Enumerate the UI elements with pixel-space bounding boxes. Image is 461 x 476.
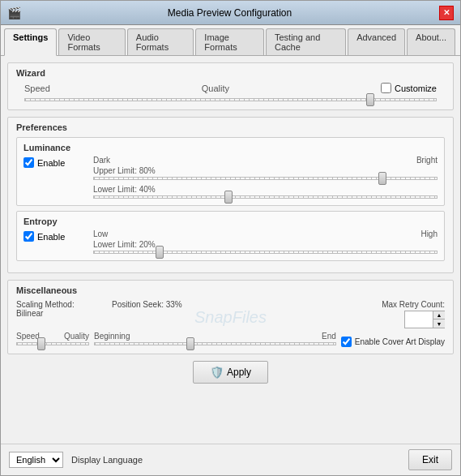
luminance-title: Luminance xyxy=(23,143,438,152)
misc-quality-label: Quality xyxy=(64,332,89,341)
wizard-section: Wizard Speed Quality Customize xyxy=(7,62,454,110)
exit-button[interactable]: Exit xyxy=(408,449,452,470)
apply-row: 🛡️ Apply xyxy=(7,361,454,384)
entropy-high-label: High xyxy=(420,229,438,238)
wizard-quality-label: Quality xyxy=(202,84,229,93)
wizard-speed-label: Speed xyxy=(24,84,50,93)
tab-testing-cache[interactable]: Testing and Cache xyxy=(266,28,346,55)
customize-label: Customize xyxy=(395,84,437,93)
luminance-subsection: Luminance Enable Dark Bright Upper Limit… xyxy=(16,137,445,206)
luminance-lower-thumb[interactable] xyxy=(224,191,233,204)
language-select[interactable]: English xyxy=(9,452,63,468)
tab-image-formats[interactable]: Image Formats xyxy=(195,28,264,55)
preferences-section: Preferences Luminance Enable Dark Bright… xyxy=(7,117,454,273)
app-icon: 🎬 xyxy=(7,6,20,19)
scaling-value: Bilinear xyxy=(16,309,105,318)
entropy-enable-checkbox[interactable] xyxy=(23,231,34,242)
main-window: 🎬 Media Preview Configuration ✕ Settings… xyxy=(0,0,461,476)
max-retry-spinbox[interactable]: 50 ▲ ▼ xyxy=(404,311,445,328)
tab-about[interactable]: About... xyxy=(407,28,455,55)
spinbox-arrows: ▲ ▼ xyxy=(433,311,445,328)
entropy-lower-thumb[interactable] xyxy=(156,246,164,259)
entropy-lower-limit: Lower Limit: 20% xyxy=(93,240,438,249)
apply-button[interactable]: 🛡️ Apply xyxy=(193,361,268,384)
misc-speed-label: Speed xyxy=(16,332,40,341)
window-title: Media Preview Configuration xyxy=(20,7,439,19)
tab-audio-formats[interactable]: Audio Formats xyxy=(127,28,194,55)
wizard-title: Wizard xyxy=(16,68,445,78)
misc-position-slider[interactable] xyxy=(94,342,336,345)
tab-bar: Settings Video Formats Audio Formats Ima… xyxy=(1,25,460,56)
entropy-lower-slider[interactable] xyxy=(93,251,438,254)
misc-position-thumb[interactable] xyxy=(186,337,194,350)
tab-advanced[interactable]: Advanced xyxy=(348,28,405,55)
title-bar: 🎬 Media Preview Configuration ✕ xyxy=(1,1,460,25)
position-seek-label: Position Seek: 33% xyxy=(112,300,357,309)
luminance-enable-label: Enable xyxy=(37,158,65,168)
cover-art-checkbox[interactable] xyxy=(341,337,352,347)
luminance-enable-checkbox[interactable] xyxy=(23,157,34,168)
misc-section: SnapFiles Miscellaneous Scaling Method: … xyxy=(7,280,454,354)
preferences-title: Preferences xyxy=(16,122,445,132)
max-retry-input[interactable]: 50 xyxy=(405,314,433,325)
entropy-title: Entropy xyxy=(23,217,438,226)
luminance-dark-label: Dark xyxy=(93,156,110,165)
misc-title: Miscellaneous xyxy=(16,285,445,295)
misc-beginning-label: Beginning xyxy=(94,332,130,341)
wizard-slider[interactable] xyxy=(24,98,437,101)
customize-checkbox[interactable] xyxy=(381,83,391,93)
luminance-lower-slider[interactable] xyxy=(93,195,438,199)
luminance-bright-label: Bright xyxy=(416,156,438,165)
tab-settings[interactable]: Settings xyxy=(4,28,57,56)
spinbox-down[interactable]: ▼ xyxy=(433,319,445,328)
luminance-upper-slider[interactable] xyxy=(93,177,438,180)
misc-speed-thumb[interactable] xyxy=(37,337,45,350)
display-lang-label: Display Language xyxy=(71,455,143,465)
scaling-label: Scaling Method: xyxy=(16,300,105,309)
cover-art-label: Enable Cover Art Display xyxy=(355,337,445,346)
spinbox-up[interactable]: ▲ xyxy=(433,311,445,319)
entropy-subsection: Entropy Enable Low High Lower Limit: 20% xyxy=(16,211,445,261)
entropy-enable-label: Enable xyxy=(37,232,65,242)
tab-video-formats[interactable]: Video Formats xyxy=(58,28,125,55)
misc-speed-quality-slider[interactable] xyxy=(16,342,89,345)
bottom-bar: English Display Language Exit xyxy=(1,444,460,475)
wizard-slider-thumb[interactable] xyxy=(366,93,374,106)
misc-end-label: End xyxy=(322,332,336,341)
luminance-lower-limit: Lower Limit: 40% xyxy=(93,185,438,194)
luminance-upper-thumb[interactable] xyxy=(378,172,386,185)
content-area: Wizard Speed Quality Customize Preferenc… xyxy=(1,56,460,444)
close-button[interactable]: ✕ xyxy=(439,6,454,20)
entropy-low-label: Low xyxy=(93,229,108,238)
max-retry-label: Max Retry Count: xyxy=(382,300,445,309)
